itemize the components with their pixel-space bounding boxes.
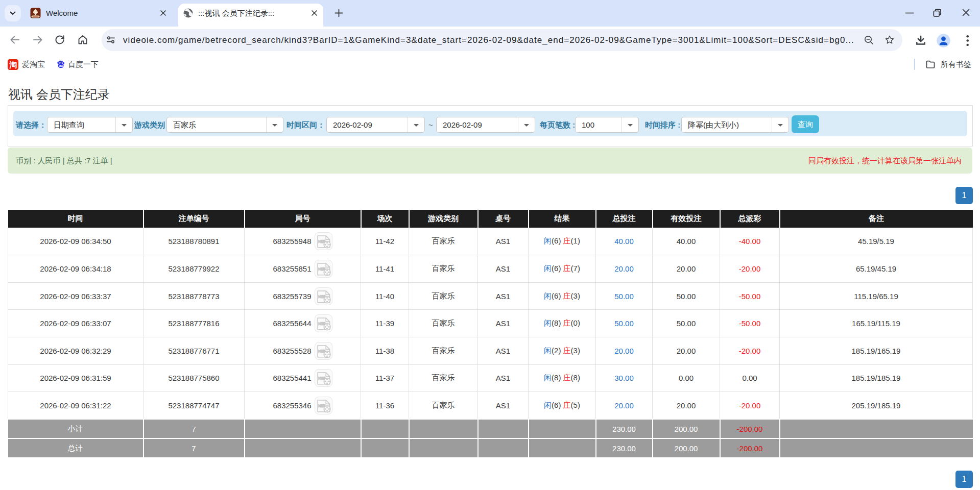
- svg-text:du: du: [59, 64, 63, 67]
- svg-text:淘: 淘: [9, 61, 17, 69]
